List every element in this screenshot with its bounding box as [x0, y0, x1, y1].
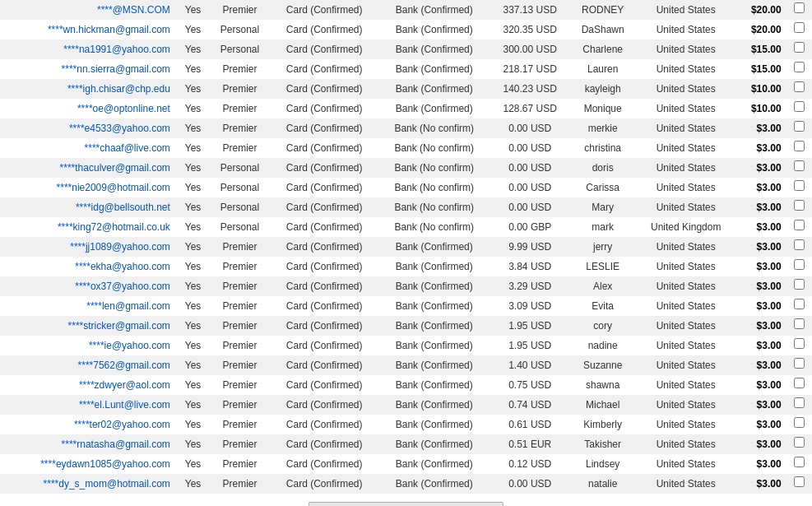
checkbox-cell[interactable]: [786, 237, 812, 257]
checkbox-cell[interactable]: [786, 454, 812, 474]
email-cell[interactable]: ****thaculver@gmail.com: [0, 158, 177, 178]
checkbox-cell[interactable]: [786, 217, 812, 237]
checkbox-cell[interactable]: [786, 355, 812, 375]
checkbox-cell[interactable]: [786, 395, 812, 415]
email-cell[interactable]: ****chaaf@live.com: [0, 138, 177, 158]
bank-cell: Bank (Confirmed): [378, 415, 490, 434]
row-checkbox[interactable]: [794, 81, 805, 92]
price-cell: $10.00: [736, 99, 786, 118]
checkbox-cell[interactable]: [786, 118, 812, 138]
row-checkbox[interactable]: [794, 397, 805, 408]
email-cell[interactable]: ****ter02@yahoo.com: [0, 415, 177, 434]
row-checkbox[interactable]: [794, 259, 805, 270]
row-checkbox[interactable]: [794, 160, 805, 171]
email-cell[interactable]: ****idg@bellsouth.net: [0, 197, 177, 217]
amount-cell: 1.40 USD: [490, 355, 570, 375]
checkbox-cell[interactable]: [786, 178, 812, 197]
email-cell[interactable]: ****nie2009@hotmail.com: [0, 178, 177, 197]
checkbox-cell[interactable]: [786, 0, 812, 20]
row-checkbox[interactable]: [794, 476, 805, 487]
row-checkbox[interactable]: [794, 239, 805, 250]
row-checkbox[interactable]: [794, 121, 805, 132]
amount-cell: 3.09 USD: [490, 296, 570, 316]
row-checkbox[interactable]: [794, 279, 805, 290]
email-cell[interactable]: ****jj1089@yahoo.com: [0, 237, 177, 257]
email-cell[interactable]: ****igh.chisar@chp.edu: [0, 79, 177, 99]
checkbox-cell[interactable]: [786, 296, 812, 316]
email-cell[interactable]: ****king72@hotmail.co.uk: [0, 217, 177, 237]
table-row: ****@MSN.COM Yes Premier Card (Confirmed…: [0, 0, 812, 20]
email-cell[interactable]: ****ox37@yahoo.com: [0, 276, 177, 296]
row-checkbox[interactable]: [794, 62, 805, 72]
row-checkbox[interactable]: [794, 220, 805, 230]
checkbox-cell[interactable]: [786, 197, 812, 217]
email-cell[interactable]: ****rnatasha@gmail.com: [0, 434, 177, 454]
paypal-table: ****@MSN.COM Yes Premier Card (Confirmed…: [0, 0, 812, 494]
checkbox-cell[interactable]: [786, 375, 812, 395]
bank-cell: Bank (Confirmed): [378, 20, 490, 39]
account-cell: Premier: [209, 316, 270, 336]
account-cell: Personal: [209, 178, 270, 197]
email-cell[interactable]: ****e4533@yahoo.com: [0, 118, 177, 138]
row-checkbox[interactable]: [794, 101, 805, 112]
row-checkbox[interactable]: [794, 299, 805, 309]
country-cell: United States: [636, 138, 736, 158]
row-checkbox[interactable]: [794, 437, 805, 448]
table-row: ****thaculver@gmail.com Yes Personal Car…: [0, 158, 812, 178]
price-cell: $3.00: [736, 395, 786, 415]
email-cell[interactable]: ****na1991@yahoo.com: [0, 39, 177, 59]
row-checkbox[interactable]: [794, 141, 805, 151]
row-checkbox[interactable]: [794, 358, 805, 369]
email-cell[interactable]: ****wn.hickman@gmail.com: [0, 20, 177, 39]
email-cell[interactable]: ****stricker@gmail.com: [0, 316, 177, 336]
table-row: ****dy_s_mom@hotmail.com Yes Premier Car…: [0, 474, 812, 494]
checkbox-cell[interactable]: [786, 336, 812, 355]
checkbox-cell[interactable]: [786, 39, 812, 59]
checkbox-cell[interactable]: [786, 138, 812, 158]
checkbox-cell[interactable]: [786, 20, 812, 39]
checkbox-cell[interactable]: [786, 474, 812, 494]
add-to-cart-button[interactable]: Add Selected Paypals to Shopping Cart: [309, 502, 503, 506]
checkbox-cell[interactable]: [786, 316, 812, 336]
row-checkbox[interactable]: [794, 457, 805, 467]
checkbox-cell[interactable]: [786, 434, 812, 454]
checkbox-cell[interactable]: [786, 415, 812, 434]
country-cell: United States: [636, 178, 736, 197]
account-cell: Personal: [209, 158, 270, 178]
button-container: Add Selected Paypals to Shopping Cart: [0, 494, 812, 506]
email-cell[interactable]: ****nn.sierra@gmail.com: [0, 59, 177, 79]
checkbox-cell[interactable]: [786, 257, 812, 276]
row-checkbox[interactable]: [794, 338, 805, 349]
row-checkbox[interactable]: [794, 42, 805, 53]
email-cell[interactable]: ****zdwyer@aol.com: [0, 375, 177, 395]
card-cell: Card (Confirmed): [271, 474, 378, 494]
email-cell[interactable]: ****len@gmail.com: [0, 296, 177, 316]
email-cell[interactable]: ****el.Lunt@live.com: [0, 395, 177, 415]
verified-cell: Yes: [177, 178, 210, 197]
checkbox-cell[interactable]: [786, 79, 812, 99]
row-checkbox[interactable]: [794, 200, 805, 211]
email-cell[interactable]: ****eydawn1085@yahoo.com: [0, 454, 177, 474]
email-cell[interactable]: ****dy_s_mom@hotmail.com: [0, 474, 177, 494]
checkbox-cell[interactable]: [786, 99, 812, 118]
checkbox-cell[interactable]: [786, 59, 812, 79]
row-checkbox[interactable]: [794, 318, 805, 329]
row-checkbox[interactable]: [794, 2, 805, 13]
amount-cell: 0.00 GBP: [490, 217, 570, 237]
email-cell[interactable]: ****oe@optonline.net: [0, 99, 177, 118]
row-checkbox[interactable]: [794, 180, 805, 191]
checkbox-cell[interactable]: [786, 276, 812, 296]
email-cell[interactable]: ****7562@gmail.com: [0, 355, 177, 375]
name-cell: natalie: [570, 474, 636, 494]
checkbox-cell[interactable]: [786, 158, 812, 178]
account-cell: Premier: [209, 0, 270, 20]
row-checkbox[interactable]: [794, 417, 805, 428]
table-row: ****rnatasha@gmail.com Yes Premier Card …: [0, 434, 812, 454]
email-cell[interactable]: ****ekha@yahoo.com: [0, 257, 177, 276]
email-cell[interactable]: ****ie@yahoo.com: [0, 336, 177, 355]
verified-cell: Yes: [177, 375, 210, 395]
card-cell: Card (Confirmed): [271, 138, 378, 158]
row-checkbox[interactable]: [794, 378, 805, 388]
email-cell[interactable]: ****@MSN.COM: [0, 0, 177, 20]
row-checkbox[interactable]: [794, 22, 805, 33]
